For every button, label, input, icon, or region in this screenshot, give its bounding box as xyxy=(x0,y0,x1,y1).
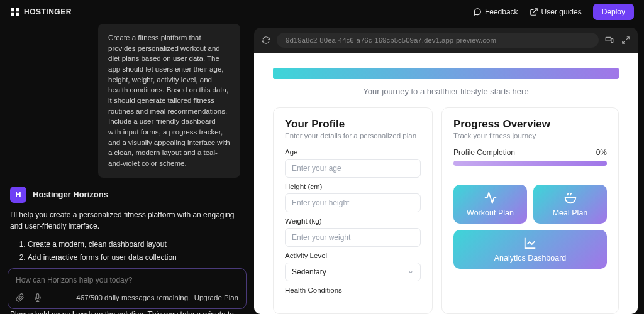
user-guides-link[interactable]: User guides xyxy=(530,8,582,16)
hero-gradient xyxy=(273,68,619,79)
progress-subtitle: Track your fitness journey xyxy=(453,132,607,139)
top-actions: Feedback User guides Deploy xyxy=(473,4,634,20)
chat-input-footer: 467/500 daily messages remaining. Upgrad… xyxy=(16,293,238,302)
tagline: Your journey to a healthier lifestyle st… xyxy=(254,87,638,96)
health-label: Health Conditions xyxy=(285,286,421,294)
chat-input-bar: 467/500 daily messages remaining. Upgrad… xyxy=(8,268,247,309)
feedback-label: Feedback xyxy=(485,8,518,16)
action-grid: Workout Plan Meal Plan Analytics Dashboa… xyxy=(453,185,607,269)
brand: HOSTINGER xyxy=(10,7,72,17)
activity-icon xyxy=(484,191,497,205)
assistant-avatar-icon: H xyxy=(10,187,26,203)
main-area: Create a fitness platform that provides … xyxy=(0,24,644,314)
age-input[interactable]: Enter your age xyxy=(285,159,421,178)
weight-label: Weight (kg) xyxy=(285,217,421,225)
quota-count: 467/500 daily messages remaining. xyxy=(76,294,190,301)
workout-plan-tile[interactable]: Workout Plan xyxy=(453,185,527,224)
workout-plan-label: Workout Plan xyxy=(467,208,514,217)
hold-on-text: Please hold on as I work on the solution… xyxy=(10,310,234,314)
profile-title: Your Profile xyxy=(285,118,421,131)
chart-icon xyxy=(523,236,537,250)
app-preview: Your journey to a healthier lifestyle st… xyxy=(254,53,638,314)
step-item: Add interactive forms for user data coll… xyxy=(28,251,240,264)
analytics-tile[interactable]: Analytics Dashboard xyxy=(453,230,607,269)
assistant-name: Hostinger Horizons xyxy=(33,190,108,199)
completion-value: 0% xyxy=(596,148,607,157)
profile-subtitle: Enter your details for a personalized pl… xyxy=(285,132,421,139)
activity-label: Activity Level xyxy=(285,252,421,259)
microphone-icon[interactable] xyxy=(33,293,42,302)
progress-card: Progress Overview Track your fitness jou… xyxy=(441,107,619,314)
height-input[interactable]: Enter your height xyxy=(285,193,421,212)
analytics-label: Analytics Dashboard xyxy=(494,254,567,263)
deploy-button[interactable]: Deploy xyxy=(593,4,634,20)
meal-plan-label: Meal Plan xyxy=(553,208,588,217)
cards-row: Your Profile Enter your details for a pe… xyxy=(254,107,638,314)
expand-icon[interactable] xyxy=(621,36,630,45)
upgrade-plan-link[interactable]: Upgrade Plan xyxy=(194,294,238,301)
assistant-header: H Hostinger Horizons xyxy=(10,187,240,203)
input-icons xyxy=(16,293,42,302)
svg-rect-1 xyxy=(611,39,613,43)
age-label: Age xyxy=(285,148,421,156)
assistant-hold-on: Please hold on as I work on the solution… xyxy=(10,309,240,314)
external-link-icon xyxy=(530,8,538,16)
height-label: Height (cm) xyxy=(285,183,421,190)
chat-input[interactable] xyxy=(16,276,238,284)
user-guides-label: User guides xyxy=(541,8,582,16)
completion-label: Profile Completion xyxy=(453,148,515,157)
activity-select[interactable]: Sedentary xyxy=(285,263,421,281)
attachment-icon[interactable] xyxy=(16,293,25,302)
progress-bar xyxy=(453,161,607,166)
url-bar[interactable]: 9d19a8c2-80ea-44c6-a76c-169cb5c509a7.dev… xyxy=(277,33,599,48)
feedback-link[interactable]: Feedback xyxy=(473,8,518,16)
quota-text: 467/500 daily messages remaining. Upgrad… xyxy=(76,294,238,301)
weight-input[interactable]: Enter your weight xyxy=(285,228,421,247)
reload-icon[interactable] xyxy=(262,36,270,45)
browser-bar: 9d19a8c2-80ea-44c6-a76c-169cb5c509a7.dev… xyxy=(254,28,638,53)
step-item: Create a modern, clean dashboard layout xyxy=(28,238,240,251)
svg-rect-0 xyxy=(606,37,611,41)
action-row-1: Workout Plan Meal Plan xyxy=(453,185,607,224)
progress-title: Progress Overview xyxy=(453,118,607,131)
speech-bubble-icon xyxy=(473,8,482,16)
completion-row: Profile Completion 0% xyxy=(453,148,607,157)
top-bar: HOSTINGER Feedback User guides Deploy xyxy=(0,0,644,24)
profile-card: Your Profile Enter your details for a pe… xyxy=(273,107,433,314)
chat-panel: Create a fitness platform that provides … xyxy=(0,24,250,314)
devices-icon[interactable] xyxy=(605,36,614,45)
browser-right-icons xyxy=(605,36,630,45)
activity-value: Sedentary xyxy=(292,268,326,276)
hostinger-logo-icon xyxy=(10,7,20,17)
meal-plan-tile[interactable]: Meal Plan xyxy=(533,185,607,224)
preview-panel: 9d19a8c2-80ea-44c6-a76c-169cb5c509a7.dev… xyxy=(250,24,644,314)
user-prompt: Create a fitness platform that provides … xyxy=(98,24,240,178)
brand-text: HOSTINGER xyxy=(24,8,72,16)
assistant-intro: I'll help you create a personalized fitn… xyxy=(10,209,240,232)
bowl-icon xyxy=(564,191,577,205)
